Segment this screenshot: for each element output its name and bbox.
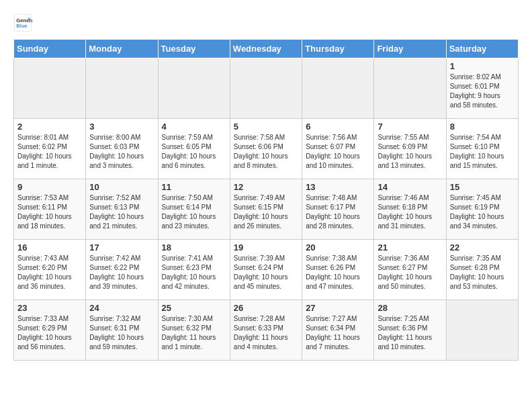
header: General Blue bbox=[13, 13, 519, 32]
calendar-cell: 23Sunrise: 7:33 AM Sunset: 6:29 PM Dayli… bbox=[14, 300, 86, 361]
day-number: 14 bbox=[378, 182, 442, 192]
weekday-header: Saturday bbox=[446, 40, 518, 58]
day-info: Sunrise: 7:54 AM Sunset: 6:10 PM Dayligh… bbox=[450, 133, 515, 171]
day-info: Sunrise: 7:42 AM Sunset: 6:22 PM Dayligh… bbox=[89, 254, 154, 291]
calendar-cell: 17Sunrise: 7:42 AM Sunset: 6:22 PM Dayli… bbox=[86, 240, 158, 300]
day-info: Sunrise: 7:43 AM Sunset: 6:20 PM Dayligh… bbox=[17, 254, 82, 291]
day-info: Sunrise: 7:58 AM Sunset: 6:06 PM Dayligh… bbox=[234, 133, 298, 171]
calendar-cell: 27Sunrise: 7:27 AM Sunset: 6:34 PM Dayli… bbox=[302, 300, 374, 361]
day-info: Sunrise: 7:45 AM Sunset: 6:19 PM Dayligh… bbox=[450, 193, 515, 231]
calendar-cell: 22Sunrise: 7:35 AM Sunset: 6:28 PM Dayli… bbox=[446, 240, 518, 300]
day-info: Sunrise: 7:35 AM Sunset: 6:28 PM Dayligh… bbox=[450, 254, 515, 291]
day-number: 4 bbox=[162, 122, 226, 132]
day-number: 5 bbox=[234, 122, 298, 132]
day-info: Sunrise: 7:55 AM Sunset: 6:09 PM Dayligh… bbox=[378, 133, 442, 171]
day-number: 1 bbox=[450, 61, 515, 71]
calendar-cell bbox=[158, 58, 230, 119]
calendar-cell: 7Sunrise: 7:55 AM Sunset: 6:09 PM Daylig… bbox=[374, 119, 446, 179]
calendar-cell: 2Sunrise: 8:01 AM Sunset: 6:02 PM Daylig… bbox=[14, 119, 86, 179]
day-number: 19 bbox=[234, 242, 298, 253]
day-number: 20 bbox=[306, 242, 370, 253]
day-info: Sunrise: 7:52 AM Sunset: 6:13 PM Dayligh… bbox=[89, 193, 154, 231]
svg-text:Blue: Blue bbox=[16, 23, 28, 29]
day-number: 12 bbox=[234, 182, 298, 192]
day-number: 8 bbox=[450, 122, 515, 132]
calendar-cell: 5Sunrise: 7:58 AM Sunset: 6:06 PM Daylig… bbox=[230, 119, 302, 179]
day-number: 27 bbox=[306, 303, 370, 313]
day-info: Sunrise: 8:02 AM Sunset: 6:01 PM Dayligh… bbox=[450, 73, 515, 110]
weekday-header-row: SundayMondayTuesdayWednesdayThursdayFrid… bbox=[14, 40, 519, 58]
day-number: 6 bbox=[306, 122, 370, 132]
calendar-cell: 9Sunrise: 7:53 AM Sunset: 6:11 PM Daylig… bbox=[14, 179, 86, 240]
day-number: 10 bbox=[89, 182, 154, 192]
day-info: Sunrise: 7:32 AM Sunset: 6:31 PM Dayligh… bbox=[89, 314, 154, 352]
day-info: Sunrise: 8:01 AM Sunset: 6:02 PM Dayligh… bbox=[17, 133, 82, 171]
weekday-header: Wednesday bbox=[230, 40, 302, 58]
day-number: 23 bbox=[17, 303, 82, 313]
day-info: Sunrise: 7:49 AM Sunset: 6:15 PM Dayligh… bbox=[234, 193, 298, 231]
calendar-cell: 4Sunrise: 7:59 AM Sunset: 6:05 PM Daylig… bbox=[158, 119, 230, 179]
calendar-week-row: 9Sunrise: 7:53 AM Sunset: 6:11 PM Daylig… bbox=[14, 179, 519, 240]
calendar-cell: 13Sunrise: 7:48 AM Sunset: 6:17 PM Dayli… bbox=[302, 179, 374, 240]
calendar-cell: 8Sunrise: 7:54 AM Sunset: 6:10 PM Daylig… bbox=[446, 119, 518, 179]
day-number: 18 bbox=[162, 242, 226, 253]
day-info: Sunrise: 7:59 AM Sunset: 6:05 PM Dayligh… bbox=[162, 133, 226, 171]
calendar-week-row: 16Sunrise: 7:43 AM Sunset: 6:20 PM Dayli… bbox=[14, 240, 519, 300]
day-info: Sunrise: 7:27 AM Sunset: 6:34 PM Dayligh… bbox=[306, 314, 370, 352]
calendar-cell: 19Sunrise: 7:39 AM Sunset: 6:24 PM Dayli… bbox=[230, 240, 302, 300]
calendar-week-row: 23Sunrise: 7:33 AM Sunset: 6:29 PM Dayli… bbox=[14, 300, 519, 361]
day-number: 9 bbox=[17, 182, 82, 192]
day-info: Sunrise: 7:56 AM Sunset: 6:07 PM Dayligh… bbox=[306, 133, 370, 171]
calendar-cell: 10Sunrise: 7:52 AM Sunset: 6:13 PM Dayli… bbox=[86, 179, 158, 240]
calendar-cell: 21Sunrise: 7:36 AM Sunset: 6:27 PM Dayli… bbox=[374, 240, 446, 300]
day-info: Sunrise: 7:46 AM Sunset: 6:18 PM Dayligh… bbox=[378, 193, 442, 231]
calendar-cell: 16Sunrise: 7:43 AM Sunset: 6:20 PM Dayli… bbox=[14, 240, 86, 300]
day-info: Sunrise: 7:36 AM Sunset: 6:27 PM Dayligh… bbox=[378, 254, 442, 291]
calendar-cell bbox=[302, 58, 374, 119]
day-info: Sunrise: 7:28 AM Sunset: 6:33 PM Dayligh… bbox=[234, 314, 298, 352]
calendar-table: SundayMondayTuesdayWednesdayThursdayFrid… bbox=[13, 39, 519, 361]
calendar-cell: 25Sunrise: 7:30 AM Sunset: 6:32 PM Dayli… bbox=[158, 300, 230, 361]
calendar-cell: 12Sunrise: 7:49 AM Sunset: 6:15 PM Dayli… bbox=[230, 179, 302, 240]
weekday-header: Monday bbox=[86, 40, 158, 58]
day-info: Sunrise: 7:33 AM Sunset: 6:29 PM Dayligh… bbox=[17, 314, 82, 352]
weekday-header: Sunday bbox=[14, 40, 86, 58]
day-number: 28 bbox=[378, 303, 442, 313]
day-info: Sunrise: 7:38 AM Sunset: 6:26 PM Dayligh… bbox=[306, 254, 370, 291]
day-number: 17 bbox=[89, 242, 154, 253]
calendar-cell: 3Sunrise: 8:00 AM Sunset: 6:03 PM Daylig… bbox=[86, 119, 158, 179]
calendar-cell bbox=[86, 58, 158, 119]
day-info: Sunrise: 7:48 AM Sunset: 6:17 PM Dayligh… bbox=[306, 193, 370, 231]
calendar-week-row: 2Sunrise: 8:01 AM Sunset: 6:02 PM Daylig… bbox=[14, 119, 519, 179]
calendar-cell: 18Sunrise: 7:41 AM Sunset: 6:23 PM Dayli… bbox=[158, 240, 230, 300]
weekday-header: Tuesday bbox=[158, 40, 230, 58]
calendar-cell bbox=[446, 300, 518, 361]
calendar-cell bbox=[14, 58, 86, 119]
calendar-cell: 20Sunrise: 7:38 AM Sunset: 6:26 PM Dayli… bbox=[302, 240, 374, 300]
day-number: 13 bbox=[306, 182, 370, 192]
day-number: 3 bbox=[89, 122, 154, 132]
calendar-cell bbox=[230, 58, 302, 119]
calendar-cell: 15Sunrise: 7:45 AM Sunset: 6:19 PM Dayli… bbox=[446, 179, 518, 240]
logo: General Blue bbox=[13, 13, 35, 32]
day-number: 2 bbox=[17, 122, 82, 132]
day-info: Sunrise: 8:00 AM Sunset: 6:03 PM Dayligh… bbox=[89, 133, 154, 171]
day-number: 25 bbox=[162, 303, 226, 313]
logo-icon: General Blue bbox=[13, 13, 32, 32]
calendar-cell: 24Sunrise: 7:32 AM Sunset: 6:31 PM Dayli… bbox=[86, 300, 158, 361]
calendar-cell: 11Sunrise: 7:50 AM Sunset: 6:14 PM Dayli… bbox=[158, 179, 230, 240]
day-info: Sunrise: 7:25 AM Sunset: 6:36 PM Dayligh… bbox=[378, 314, 442, 352]
day-info: Sunrise: 7:50 AM Sunset: 6:14 PM Dayligh… bbox=[162, 193, 226, 231]
day-info: Sunrise: 7:30 AM Sunset: 6:32 PM Dayligh… bbox=[162, 314, 226, 352]
calendar-cell: 6Sunrise: 7:56 AM Sunset: 6:07 PM Daylig… bbox=[302, 119, 374, 179]
calendar-cell: 28Sunrise: 7:25 AM Sunset: 6:36 PM Dayli… bbox=[374, 300, 446, 361]
day-number: 26 bbox=[234, 303, 298, 313]
day-number: 16 bbox=[17, 242, 82, 253]
weekday-header: Friday bbox=[374, 40, 446, 58]
day-number: 24 bbox=[89, 303, 154, 313]
day-number: 7 bbox=[378, 122, 442, 132]
day-number: 21 bbox=[378, 242, 442, 253]
day-info: Sunrise: 7:39 AM Sunset: 6:24 PM Dayligh… bbox=[234, 254, 298, 291]
calendar-cell: 26Sunrise: 7:28 AM Sunset: 6:33 PM Dayli… bbox=[230, 300, 302, 361]
day-number: 22 bbox=[450, 242, 515, 253]
